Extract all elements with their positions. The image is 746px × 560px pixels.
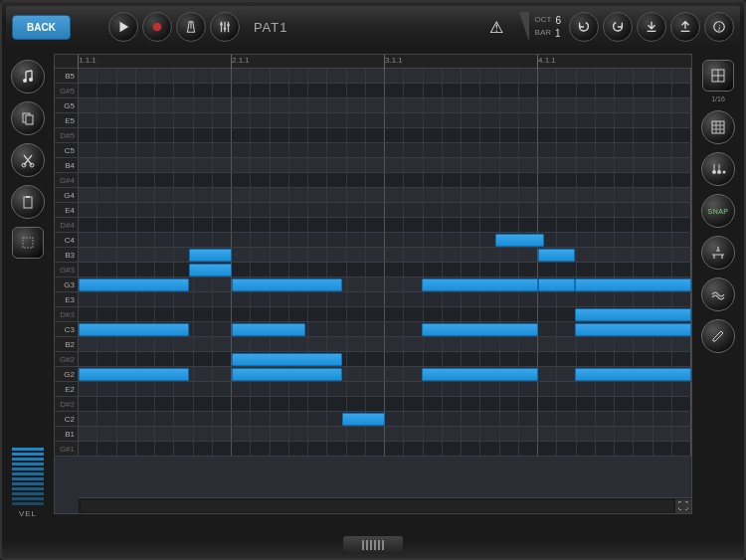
note-label: G#5	[55, 84, 79, 97]
redo-button[interactable]	[603, 12, 633, 42]
midi-note[interactable]	[79, 279, 189, 291]
piano-row[interactable]: G3	[55, 278, 691, 292]
piano-row[interactable]: D#4	[55, 218, 691, 233]
piano-row[interactable]: E2	[55, 382, 691, 397]
piano-row[interactable]: C3	[55, 322, 691, 337]
piano-row[interactable]: G#3	[55, 263, 691, 278]
view-mode-button[interactable]	[702, 60, 734, 92]
svg-point-8	[29, 78, 33, 82]
note-label: G3	[55, 278, 79, 291]
midi-note[interactable]	[232, 368, 342, 381]
cut-tool[interactable]	[11, 143, 45, 177]
info-button[interactable]: i	[704, 12, 734, 42]
piano-row[interactable]: D#3	[55, 307, 691, 322]
midi-note[interactable]	[342, 413, 385, 426]
svg-marker-0	[119, 22, 128, 33]
svg-text:i: i	[718, 24, 720, 33]
piano-row[interactable]: G#1	[55, 442, 691, 457]
piano-row[interactable]: E5	[55, 113, 691, 128]
piano-roll-area[interactable]: 1.1.12.1.13.1.14.1.1 B5G#5G5E5D#5C5B4G#4…	[54, 54, 692, 514]
export-button[interactable]	[670, 12, 700, 42]
note-label: G4	[55, 188, 79, 202]
piano-row[interactable]: D#2	[55, 397, 691, 412]
midi-note[interactable]	[575, 279, 691, 291]
wave-button[interactable]	[701, 278, 735, 311]
note-length-button[interactable]	[701, 152, 735, 186]
copy-tool[interactable]	[11, 101, 45, 135]
piano-row[interactable]: B1	[55, 427, 691, 442]
midi-note[interactable]	[79, 368, 189, 381]
mini-scrollbar: ⛶	[79, 497, 691, 513]
note-label: B5	[55, 69, 79, 83]
snap-button[interactable]: SNAP	[701, 194, 735, 228]
import-button[interactable]	[637, 12, 666, 42]
midi-note[interactable]	[422, 323, 538, 336]
svg-rect-17	[712, 121, 724, 133]
piano-row[interactable]: G2	[55, 367, 691, 382]
piano-row[interactable]: C4	[55, 233, 691, 248]
piano-row[interactable]: E3	[55, 292, 691, 307]
midi-note[interactable]	[232, 353, 342, 366]
svg-rect-10	[26, 115, 33, 124]
ruler-mark: 1.1.1	[79, 56, 96, 65]
midi-note[interactable]	[189, 264, 232, 277]
svg-point-1	[153, 23, 162, 32]
ruler-mark: 3.1.1	[385, 56, 403, 65]
piano-row[interactable]: G#2	[55, 352, 691, 367]
midi-note[interactable]	[422, 279, 538, 291]
midi-note[interactable]	[232, 279, 342, 291]
top-toolbar: BACK PAT1 ⚠ OCT6 BAR1	[6, 6, 740, 48]
warning-icon[interactable]: ⚠	[489, 18, 503, 37]
record-button[interactable]	[142, 12, 172, 42]
midi-note[interactable]	[495, 234, 544, 247]
piano-row[interactable]: G#4	[55, 173, 691, 188]
piano-row[interactable]: G5	[55, 98, 691, 113]
svg-rect-13	[24, 197, 32, 208]
undo-button[interactable]	[569, 12, 599, 42]
note-label: D#3	[55, 307, 79, 321]
midi-note[interactable]	[538, 249, 575, 262]
play-button[interactable]	[108, 12, 138, 42]
note-label: D#5	[55, 128, 79, 142]
time-ruler[interactable]: 1.1.12.1.13.1.14.1.1	[55, 55, 691, 69]
quantize-button[interactable]	[701, 236, 735, 270]
piano-row[interactable]: B3	[55, 248, 691, 263]
midi-note[interactable]	[538, 279, 575, 291]
piano-row[interactable]: C5	[55, 143, 691, 158]
keyboard-handle[interactable]	[343, 536, 403, 554]
metronome-button[interactable]	[176, 12, 206, 42]
note-label: E5	[55, 113, 79, 127]
pencil-tool[interactable]	[701, 319, 735, 353]
piano-roll-grid[interactable]: B5G#5G5E5D#5C5B4G#4G4E4D#4C4B3G#3G3E3D#3…	[55, 69, 691, 495]
piano-row[interactable]: B2	[55, 337, 691, 352]
svg-point-2	[220, 23, 223, 26]
midi-note[interactable]	[422, 368, 538, 381]
note-label: D#2	[55, 397, 79, 411]
note-label: G#1	[55, 442, 79, 456]
paste-tool[interactable]	[11, 185, 45, 219]
piano-row[interactable]: B5	[55, 69, 691, 84]
scrollbar-track[interactable]	[81, 500, 673, 512]
midi-note[interactable]	[79, 323, 189, 336]
piano-row[interactable]: G#5	[55, 84, 691, 98]
midi-note[interactable]	[575, 308, 691, 321]
midi-note[interactable]	[575, 368, 691, 381]
svg-rect-14	[26, 196, 30, 198]
piano-row[interactable]: G4	[55, 188, 691, 203]
ruler-mark: 4.1.1	[538, 56, 556, 65]
piano-row[interactable]: E4	[55, 203, 691, 218]
grid-button[interactable]	[701, 110, 735, 144]
midi-note[interactable]	[189, 249, 232, 262]
midi-note[interactable]	[575, 323, 691, 336]
piano-row[interactable]: C2	[55, 412, 691, 427]
piano-row[interactable]: B4	[55, 158, 691, 173]
select-tool[interactable]	[12, 227, 44, 259]
midi-note[interactable]	[232, 323, 305, 336]
back-button[interactable]: BACK	[12, 15, 71, 40]
expand-icon[interactable]: ⛶	[675, 499, 691, 513]
velocity-meter[interactable]: VEL	[10, 448, 46, 518]
notes-tool[interactable]	[11, 60, 45, 93]
pattern-name-label: PAT1	[254, 20, 288, 35]
mixer-button[interactable]	[210, 12, 240, 42]
piano-row[interactable]: D#5	[55, 128, 691, 143]
